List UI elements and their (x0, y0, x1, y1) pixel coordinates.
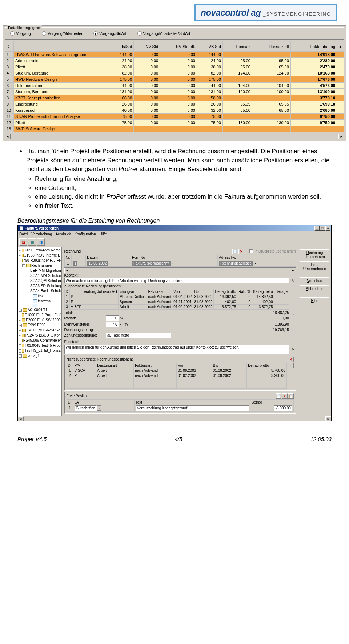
col-header[interactable]: Text (134, 400, 250, 405)
table-row[interactable]: 4Studium, Beratung82.000.000.0082.00124.… (5, 70, 344, 76)
zb-input[interactable]: 30 Tage netto (106, 333, 171, 338)
col-header[interactable]: Betrag netto (252, 289, 274, 294)
freie-table[interactable]: DLATextBetrag 1 Gutschriften▼ Vorauszahl… (67, 399, 294, 412)
scroll-right-icon[interactable]: ► (325, 416, 331, 421)
toolbar-btn2[interactable]: ▦ (28, 238, 36, 246)
scroll-up-icon[interactable]: ▲ (337, 41, 344, 52)
scroll-right-icon[interactable]: ► (290, 268, 296, 273)
expand-icon[interactable]: + (19, 344, 21, 347)
h-scrollbar[interactable]: ◄ ► (5, 134, 344, 139)
tree-item[interactable]: +vorlag1 (18, 353, 61, 358)
col-header[interactable]: P/V (73, 363, 96, 368)
hdr-datum[interactable]: 16.09.2002 (87, 261, 108, 266)
radio-icon[interactable] (42, 31, 46, 36)
col-header[interactable]: istungsart (118, 289, 147, 294)
hilfe-button[interactable]: Hilfe (300, 297, 329, 304)
tree-item[interactable]: +E999 E999 (18, 323, 61, 328)
col-header[interactable]: Betrag brutto (214, 289, 237, 294)
scroll-left-icon[interactable]: ◄ (5, 134, 11, 139)
menu-datei[interactable]: Datei (19, 232, 28, 236)
tree-item[interactable]: +A010004 T1 (18, 307, 61, 313)
dropdown-icon[interactable]: ▼ (119, 322, 123, 327)
tree-item[interactable]: test (18, 294, 61, 299)
col-header[interactable]: Fakturaart (134, 363, 177, 368)
move-up-icon[interactable]: ↑ (288, 363, 294, 368)
col-header[interactable] (69, 289, 83, 294)
col-header[interactable]: Fakturaart (147, 289, 172, 294)
col-header[interactable]: D (64, 289, 69, 294)
fusstext-input[interactable]: Wir danken Ihnen für den Auftrag und bit… (64, 345, 289, 354)
table-row[interactable]: 2PArbeitnach Aufwand01.02.200231.08.2002… (67, 373, 286, 378)
col-header[interactable]: Honsatz eff (252, 41, 290, 52)
expand-icon[interactable]: + (19, 329, 21, 332)
scroll-left-icon[interactable]: ◄ (64, 268, 70, 273)
tree-item[interactable] (18, 304, 61, 307)
expand-icon[interactable]: + (19, 249, 21, 252)
freie-betrag[interactable]: -5.000,00 (274, 405, 292, 411)
col-header[interactable]: Rab. % (237, 289, 252, 294)
tree-item[interactable]: SCA4 Basis-Schulu (18, 289, 61, 294)
menu-hilfe[interactable]: Hilfe (100, 232, 107, 236)
tree-item[interactable]: +PS45.889 Comm/Meier (18, 338, 61, 343)
table-row[interactable] (67, 378, 286, 383)
maximize-icon[interactable]: □ (320, 226, 325, 231)
table-row[interactable]: 3Pikett38.000.000.0038.0065.0065.002'470… (5, 64, 344, 70)
rabatt-input[interactable]: 0 (106, 315, 119, 321)
abbrechen-button[interactable]: Abbrechen (300, 285, 329, 292)
dropdown-icon[interactable]: ▼ (97, 405, 101, 411)
menu-ausdruck[interactable]: Ausdruck (56, 232, 71, 236)
col-header[interactable]: D (67, 363, 73, 368)
col-header[interactable]: NV Std (134, 41, 160, 52)
scroll-right-icon[interactable]: ► (338, 134, 344, 139)
delete-icon[interactable]: ✕ (288, 357, 294, 362)
titlebar[interactable]: 📄 Faktura vorbereiten _ □ × (18, 225, 331, 231)
tree-item[interactable]: SCA2 QM-Schulun (18, 278, 61, 283)
col-header[interactable]: Von (177, 363, 212, 368)
mwst-input[interactable]: 7,6 (106, 322, 119, 327)
move-up-icon[interactable]: ↑ (290, 289, 296, 294)
scroll-left-icon[interactable]: ◄ (18, 416, 24, 421)
minimize-icon[interactable]: _ (314, 226, 320, 231)
close-icon[interactable]: × (325, 226, 330, 231)
edit-icon[interactable]: ✎ (290, 278, 296, 283)
table-row[interactable]: 6Dokumentation44.000.000.0044.00104.0010… (5, 83, 344, 89)
table-row[interactable]: 1HW/SW-I Hardware/Software Integration14… (5, 52, 344, 58)
tree-item[interactable]: +LM00 LM00-Rev05-a (18, 328, 61, 333)
col-header[interactable]: Bis (212, 363, 247, 368)
expand-icon[interactable]: + (19, 309, 22, 312)
col-header[interactable]: Bis (193, 289, 214, 294)
table-row[interactable]: 8KZPT Konzept erarbeiten66.000.008.0058.… (5, 95, 344, 101)
expand-icon[interactable]: + (19, 324, 22, 327)
expand-icon[interactable]: − (19, 259, 21, 262)
tree-item[interactable]: testress (18, 299, 61, 304)
delete-icon[interactable]: ✕ (282, 393, 288, 399)
pos-uebernehmen-button[interactable]: Pos. Uebernehmen (300, 261, 329, 272)
table-row[interactable]: 12Pikett75.000.000.0075.00130.00130.009'… (5, 120, 344, 126)
col-header[interactable]: NV Std eff. (160, 41, 197, 52)
tree-item[interactable]: SCA3 SD-Schulung (18, 283, 61, 289)
col-header[interactable]: IstStd (108, 41, 134, 52)
expand-icon[interactable]: + (19, 339, 21, 342)
expand-icon[interactable]: + (19, 319, 21, 322)
delete-icon[interactable]: ✕ (238, 249, 244, 254)
col-header[interactable]: VB Std (197, 41, 222, 52)
paste-icon[interactable]: 📋 (288, 393, 294, 399)
toolbar-btn1[interactable]: ◪ (19, 238, 27, 246)
toolbar-btn3[interactable]: ◨ (37, 238, 45, 246)
hdr-adr[interactable]: Rechnungsadresse (219, 261, 253, 266)
freie-la[interactable]: Gutschriften (75, 405, 97, 411)
table-row[interactable]: 10Kursbesuch40.000.008.0032.0065.0065.00… (5, 107, 344, 114)
col-header[interactable] (14, 41, 108, 52)
expand-icon[interactable]: + (19, 254, 21, 257)
tree-item[interactable]: +E1000 Einf. Prop. Einf (18, 313, 61, 318)
table-row[interactable]: 2PSpesennach Aufwand01.11.200131.08.2002… (64, 299, 289, 305)
menu-verarbeitung[interactable]: Verarbeitung (31, 232, 52, 236)
col-header[interactable]: LA (73, 400, 134, 405)
radio-icon[interactable] (137, 31, 142, 36)
druckliste-checkbox[interactable] (249, 249, 253, 253)
expand-icon[interactable]: + (19, 354, 22, 358)
radio-Vorgang/StdArt[interactable]: Vorgang/StdArt (93, 31, 127, 36)
copy-icon[interactable]: 📄 (276, 393, 281, 399)
tree-item[interactable]: +P12475 BBCD_1 Kon (18, 333, 61, 338)
tree-item[interactable]: +21998 IntDV Interne D (18, 253, 61, 258)
